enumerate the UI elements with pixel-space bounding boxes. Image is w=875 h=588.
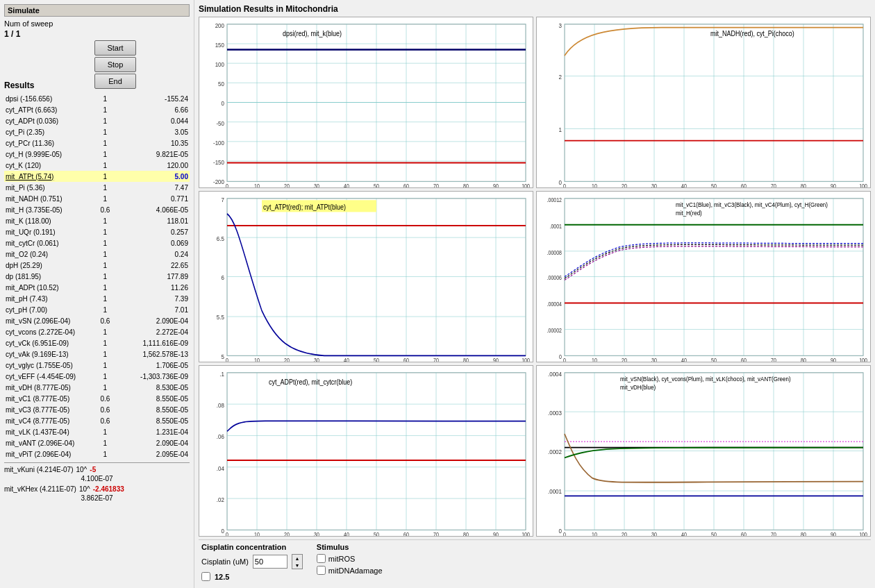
mitdna-row: mitDNAdamage bbox=[317, 566, 383, 575]
table-row[interactable]: cyt_PCr (11.36)110.35 bbox=[4, 137, 190, 149]
svg-text:0: 0 bbox=[222, 528, 224, 535]
table-row[interactable]: mit_vSN (2.096E-04)0.62.090E-04 bbox=[4, 315, 190, 326]
table-row[interactable]: mit_vC1 (8.777E-05)0.68.550E-05 bbox=[4, 393, 190, 404]
table-row[interactable]: mit_vC3 (8.777E-05)0.68.550E-05 bbox=[4, 404, 190, 415]
spin-up-button[interactable]: ▲ bbox=[292, 555, 302, 562]
svg-text:6: 6 bbox=[222, 274, 224, 282]
table-row[interactable]: cyt_K (120)1120.00 bbox=[4, 160, 190, 171]
table-row[interactable]: dpH (25.29)122.65 bbox=[4, 260, 190, 271]
svg-text:60: 60 bbox=[403, 183, 409, 187]
result-value: 0.069 bbox=[115, 237, 190, 249]
cisplatin-spinner[interactable]: ▲ ▼ bbox=[292, 554, 303, 569]
result-name: mit_vLK (1.437E-04) bbox=[4, 426, 95, 437]
right-title: Simulation Results in Mitochondria bbox=[199, 4, 871, 14]
svg-text:mit_vDH(blue): mit_vDH(blue) bbox=[620, 384, 656, 392]
result-sweep: 1 bbox=[95, 348, 116, 360]
chart-vsn: .0004 .0003 .0002 .0001 0 0 10 20 30 40 … bbox=[536, 365, 871, 537]
result-sweep: 1 bbox=[95, 226, 116, 237]
svg-text:.06: .06 bbox=[217, 433, 224, 441]
svg-text:mit_NADH(red), cyt_Pi(choco): mit_NADH(red), cyt_Pi(choco) bbox=[710, 29, 794, 37]
result-name: mit_ADPt (10.52) bbox=[4, 282, 95, 293]
result-name: mit_NADH (0.751) bbox=[4, 193, 95, 204]
table-row[interactable]: cyt_pH (7.00)17.01 bbox=[4, 304, 190, 315]
result-value: 8.550E-05 bbox=[115, 393, 190, 404]
table-row[interactable]: dp (181.95)1177.89 bbox=[4, 271, 190, 282]
result-value: 9.821E-05 bbox=[115, 149, 190, 160]
result-sweep: 1 bbox=[95, 282, 116, 293]
table-row[interactable]: mit_vDH (8.777E-05)18.530E-05 bbox=[4, 382, 190, 393]
svg-text:70: 70 bbox=[433, 532, 439, 536]
table-row[interactable]: mit_vANT (2.096E-04)12.090E-04 bbox=[4, 437, 190, 448]
svg-text:mit_vC1(Blue), mit_vC3(Black),: mit_vC1(Blue), mit_vC3(Black), mit_vC4(P… bbox=[676, 201, 828, 208]
table-row[interactable]: cyt_Pi (2.35)13.05 bbox=[4, 126, 190, 137]
table-row[interactable]: cyt_vCk (6.951E-09)11,111.616E-09 bbox=[4, 337, 190, 348]
table-row[interactable]: cyt_H (9.999E-05)19.821E-05 bbox=[4, 149, 190, 160]
mitdna-checkbox[interactable] bbox=[317, 566, 326, 575]
result-name: cyt_vAk (9.169E-13) bbox=[4, 348, 95, 360]
result-name: mit_H (3.735E-05) bbox=[4, 204, 95, 215]
spin-down-button[interactable]: ▼ bbox=[292, 562, 302, 569]
svg-text:50: 50 bbox=[374, 183, 379, 187]
svg-text:-200: -200 bbox=[213, 178, 224, 185]
chart-adpt: .1 .08 .06 .04 .02 0 0 10 20 30 40 50 60… bbox=[199, 365, 533, 537]
table-row[interactable]: mit_pH (7.43)17.39 bbox=[4, 293, 190, 304]
svg-text:10: 10 bbox=[254, 532, 260, 536]
result-value: 0.257 bbox=[115, 226, 190, 237]
table-row[interactable]: mit_ADPt (10.52)111.26 bbox=[4, 282, 190, 293]
table-row[interactable]: cyt_vEFF (-4.454E-09)1-1,303.736E-09 bbox=[4, 371, 190, 382]
result-sweep: 1 bbox=[95, 149, 116, 160]
result-value: 7.39 bbox=[115, 293, 190, 304]
svg-text:.0001: .0001 bbox=[550, 223, 562, 230]
svg-text:10: 10 bbox=[254, 183, 260, 187]
svg-text:60: 60 bbox=[741, 183, 747, 187]
simulate-controls: Num of sweep 1 / 1 Start Stop End bbox=[4, 19, 190, 75]
table-row[interactable]: mit_UQr (0.191)10.257 bbox=[4, 226, 190, 237]
result-value: 120.00 bbox=[115, 160, 190, 171]
svg-text:0: 0 bbox=[222, 100, 224, 108]
table-row[interactable]: mit_vPiT (2.096E-04)12.095E-04 bbox=[4, 448, 190, 460]
cisplatin-input[interactable] bbox=[253, 555, 288, 569]
result-name: mit_vPiT (2.096E-04) bbox=[4, 448, 95, 460]
table-row[interactable]: mit_cytCr (0.061)10.069 bbox=[4, 237, 190, 249]
table-row[interactable]: mit_O2 (0.24)10.24 bbox=[4, 249, 190, 260]
table-row[interactable]: mit_ATPt (5.74)15.00 bbox=[4, 171, 190, 182]
table-row[interactable]: cyt_vcons (2.272E-04)12.272E-04 bbox=[4, 326, 190, 337]
svg-text:-100: -100 bbox=[213, 139, 224, 146]
start-button[interactable]: Start bbox=[94, 40, 136, 56]
kuni-row: mit_vKuni (4.214E-07) 10^ -5 bbox=[4, 466, 190, 473]
svg-text:20: 20 bbox=[622, 532, 627, 536]
table-row[interactable]: mit_Pi (5.36)17.47 bbox=[4, 182, 190, 193]
chart-vc: .00012 .0001 .00008 .00006 .00004 .00002… bbox=[536, 191, 871, 362]
table-row[interactable]: mit_vLK (1.437E-04)11.231E-04 bbox=[4, 426, 190, 437]
svg-text:100: 100 bbox=[859, 183, 867, 187]
svg-text:50: 50 bbox=[218, 80, 224, 87]
svg-text:50: 50 bbox=[711, 532, 717, 536]
table-row[interactable]: mit_K (118.00)1118.01 bbox=[4, 215, 190, 226]
sweep-current: 1 bbox=[4, 29, 9, 39]
stop-button[interactable]: Stop bbox=[94, 57, 136, 72]
chart-dpsi: 200 150 100 50 0 -50 -100 -150 -200 0 10… bbox=[199, 17, 533, 188]
table-row[interactable]: cyt_vglyc (1.755E-05)11.706E-05 bbox=[4, 360, 190, 371]
result-sweep: 1 bbox=[95, 437, 116, 448]
table-row[interactable]: mit_NADH (0.751)10.771 bbox=[4, 193, 190, 204]
table-row[interactable]: dpsi (-156.656)1-155.24 bbox=[4, 93, 190, 104]
cisplatin-checkbox[interactable] bbox=[201, 572, 210, 581]
result-value: 10.35 bbox=[115, 137, 190, 149]
result-sweep: 1 bbox=[95, 371, 116, 382]
table-row[interactable]: mit_vC4 (8.777E-05)0.68.550E-05 bbox=[4, 415, 190, 426]
result-sweep: 1 bbox=[95, 337, 116, 348]
result-sweep: 1 bbox=[95, 426, 116, 437]
svg-text:0: 0 bbox=[563, 358, 566, 362]
svg-text:80: 80 bbox=[801, 183, 806, 187]
table-row[interactable]: cyt_vAk (9.169E-13)11,562.578E-13 bbox=[4, 348, 190, 360]
table-row[interactable]: cyt_ADPt (0.036)10.044 bbox=[4, 115, 190, 126]
end-button[interactable]: End bbox=[94, 74, 136, 89]
table-row[interactable]: mit_H (3.735E-05)0.64.066E-05 bbox=[4, 204, 190, 215]
result-name: mit_vC1 (8.777E-05) bbox=[4, 393, 95, 404]
table-row[interactable]: cyt_ATPt (6.663)16.66 bbox=[4, 104, 190, 115]
result-name: cyt_PCr (11.36) bbox=[4, 137, 95, 149]
mitros-checkbox[interactable] bbox=[317, 554, 326, 563]
result-name: mit_vSN (2.096E-04) bbox=[4, 315, 95, 326]
kuni-calc: 4.100E-07 bbox=[4, 475, 190, 482]
svg-text:.04: .04 bbox=[217, 464, 224, 472]
